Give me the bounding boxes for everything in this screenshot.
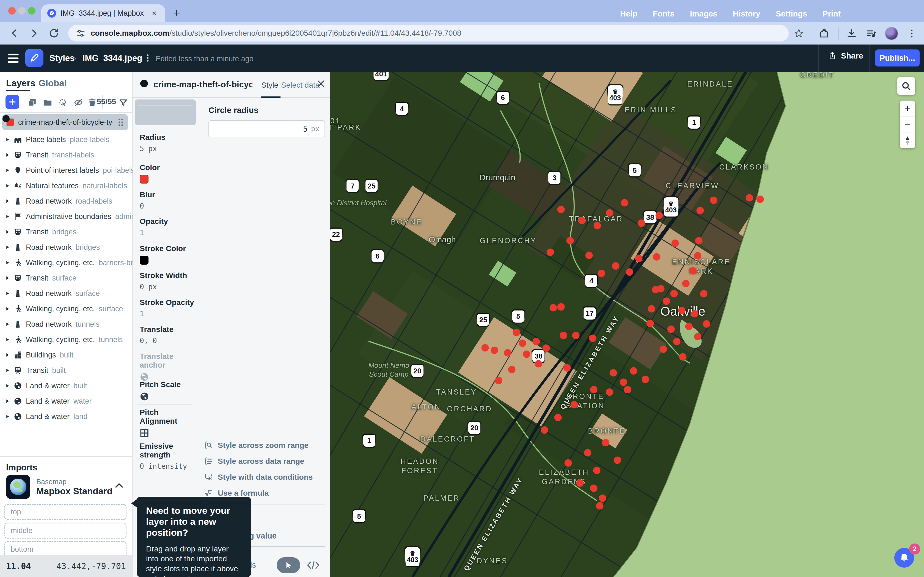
minimize-window-button[interactable] (18, 7, 26, 15)
crime-data-point[interactable] (624, 386, 632, 393)
crime-data-point[interactable] (577, 479, 584, 487)
crime-data-point[interactable] (593, 467, 600, 474)
map-canvas[interactable]: CREDITERINDALEERIN MILLSCLARKSONCLEARVIE… (330, 72, 924, 577)
property-stroke-opacity[interactable]: Stroke Opacity1 (132, 298, 196, 318)
crime-data-point[interactable] (481, 344, 489, 351)
layer-row[interactable]: Transit surface (0, 270, 132, 286)
disclosure-triangle-icon[interactable] (5, 353, 10, 358)
color-swatch[interactable] (140, 256, 149, 264)
grid-icon[interactable] (140, 428, 149, 438)
group-folder-icon[interactable] (43, 98, 52, 107)
reload-icon[interactable] (48, 28, 60, 39)
crime-data-point[interactable] (635, 255, 643, 262)
disclosure-triangle-icon[interactable] (5, 245, 10, 250)
property-stroke-color[interactable]: Stroke Color (132, 244, 188, 264)
crime-data-point[interactable] (638, 219, 645, 227)
nav-print[interactable]: Print (822, 9, 841, 18)
crime-data-point[interactable] (513, 329, 520, 336)
crime-data-point[interactable] (565, 459, 572, 467)
crime-data-point[interactable] (495, 377, 502, 384)
disclosure-triangle-icon[interactable] (5, 276, 10, 280)
select-mode-toggle[interactable] (277, 557, 300, 573)
nav-images[interactable]: Images (690, 9, 717, 18)
disclosure-triangle-icon[interactable] (5, 306, 10, 311)
link-style-across-data-range[interactable]: Style across data range (204, 453, 325, 469)
disclosure-triangle-icon[interactable] (5, 322, 10, 327)
disclosure-triangle-icon[interactable] (5, 383, 10, 388)
new-tab-button[interactable]: + (173, 6, 180, 20)
forward-icon[interactable] (29, 28, 40, 39)
crime-data-point[interactable] (667, 325, 675, 333)
crime-data-point[interactable] (550, 304, 557, 311)
crime-data-point[interactable] (710, 197, 717, 204)
close-window-button[interactable] (8, 7, 16, 15)
crime-data-point[interactable] (606, 209, 614, 216)
chevron-up-icon[interactable] (115, 481, 124, 490)
property-color[interactable]: Color (132, 163, 162, 184)
layer-row[interactable]: Road network road-labels (0, 193, 132, 209)
tab-select-data[interactable]: Select data (281, 81, 320, 90)
crime-data-point[interactable] (557, 303, 565, 311)
crime-data-point[interactable] (598, 270, 605, 277)
crime-data-point[interactable] (602, 439, 609, 446)
crime-data-point[interactable] (662, 298, 670, 305)
crime-data-point[interactable] (694, 333, 701, 340)
tab-global[interactable]: Global (39, 78, 67, 89)
back-icon[interactable] (9, 28, 20, 39)
disclosure-triangle-icon[interactable] (5, 291, 10, 296)
share-button[interactable]: Share (828, 51, 863, 60)
add-layer-button[interactable] (5, 95, 19, 109)
disclosure-triangle-icon[interactable] (5, 260, 10, 265)
crime-data-point[interactable] (606, 388, 614, 396)
layer-row[interactable]: Point of interest labels poi-labels (0, 163, 132, 178)
layer-row[interactable]: Road network surface (0, 286, 132, 301)
zoom-window-button[interactable] (28, 7, 36, 15)
layer-row[interactable]: Buildings built (0, 347, 132, 363)
crime-data-point[interactable] (756, 196, 764, 203)
import-slot-middle[interactable]: middle (5, 522, 126, 538)
crime-data-point[interactable] (585, 252, 593, 259)
layer-row[interactable]: Administrative boundaries admin (0, 209, 132, 224)
crime-data-point[interactable] (508, 366, 515, 373)
property-label[interactable]: Blur (140, 190, 155, 199)
crime-data-point[interactable] (523, 351, 530, 358)
crime-data-point[interactable] (590, 484, 598, 492)
browser-profile-avatar[interactable] (885, 27, 898, 40)
tab-close-icon[interactable]: × (150, 8, 159, 18)
crime-data-point[interactable] (703, 321, 710, 328)
property-label[interactable]: Stroke Color (140, 244, 186, 253)
crime-data-point[interactable] (653, 253, 661, 261)
crime-data-point[interactable] (566, 237, 573, 244)
crime-data-point[interactable] (659, 346, 667, 353)
crime-data-point[interactable] (560, 332, 567, 339)
circle-radius-input[interactable]: 5 px (208, 120, 325, 137)
property-translate-anchor[interactable]: Translate anchor (132, 352, 200, 383)
layer-row[interactable]: Walking, cycling, etc. tunnels (0, 332, 132, 347)
property-label[interactable]: Pitch Alignment (140, 408, 197, 425)
select-on-map-icon[interactable] (58, 98, 68, 107)
layer-row[interactable]: Land & water built (0, 378, 132, 393)
layer-row[interactable]: Walking, cycling, etc. barriers-bridges (0, 255, 132, 270)
property-label[interactable]: Color (140, 163, 160, 172)
zoom-out-button[interactable]: − (900, 116, 915, 132)
filter-funnel-icon[interactable] (119, 98, 128, 107)
crime-data-point[interactable] (547, 249, 554, 256)
crime-data-point[interactable] (746, 194, 753, 201)
site-settings-icon[interactable] (76, 29, 85, 38)
browser-menu-icon[interactable] (906, 28, 917, 39)
layer-row[interactable]: Road network tunnels (0, 316, 132, 332)
crime-data-point[interactable] (599, 495, 606, 502)
layer-row[interactable]: Transit bridges (0, 224, 132, 240)
nav-settings[interactable]: Settings (776, 9, 807, 18)
disclosure-triangle-icon[interactable] (5, 153, 10, 158)
map-search-button[interactable] (897, 77, 915, 95)
crime-data-point[interactable] (589, 334, 596, 342)
crime-data-point[interactable] (535, 360, 542, 367)
crime-data-point[interactable] (590, 386, 598, 393)
hide-layer-eye-off-icon[interactable] (74, 98, 83, 107)
duplicate-layer-icon[interactable] (27, 98, 37, 107)
crime-data-point[interactable] (557, 206, 565, 213)
property-label[interactable]: Emissive strength (140, 442, 197, 459)
disclosure-triangle-icon[interactable] (5, 214, 10, 219)
browser-tab[interactable]: IMG_3344.jpeg | Mapbox × (41, 5, 165, 22)
